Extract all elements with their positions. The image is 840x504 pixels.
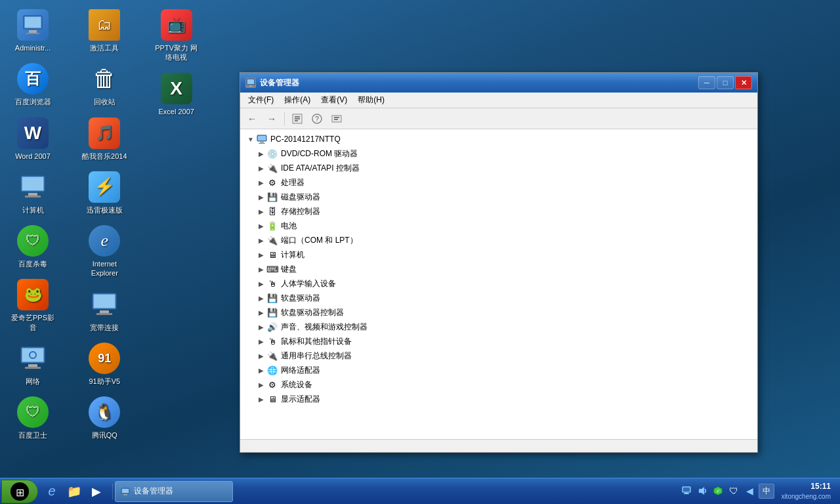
minimize-button[interactable]: ─ — [698, 76, 715, 89]
desktop-icon-admin[interactable]: Administr... — [7, 7, 59, 55]
tree-item[interactable]: ▶ 🔌 通用串行总线控制器 — [243, 348, 755, 363]
tree-expand-12[interactable]: ▶ — [256, 322, 266, 332]
tree-expand-16[interactable]: ▶ — [256, 379, 266, 390]
forward-button[interactable]: → — [262, 110, 281, 127]
back-button[interactable]: ← — [243, 110, 261, 127]
svg-rect-2 — [29, 30, 37, 33]
tree-expand-2[interactable]: ▶ — [256, 177, 266, 188]
tree-expand-5[interactable]: ▶ — [256, 220, 266, 231]
system-clock[interactable]: 15:11 xitongcheng.com — [777, 481, 835, 501]
svg-text:⊞: ⊞ — [16, 487, 24, 498]
aiqiyi-label: 爱奇艺PPS影音 — [9, 313, 56, 332]
svg-rect-16 — [96, 313, 112, 315]
desktop-icon-pptv[interactable]: 📺 PPTV聚力 网络电视 — [150, 7, 203, 65]
svg-rect-1 — [25, 17, 41, 28]
tray-antivirus-icon[interactable]: 🛡 — [727, 484, 740, 497]
tree-item-icon-13: 🖱 — [266, 336, 278, 346]
tree-expand-8[interactable]: ▶ — [256, 264, 266, 274]
tree-item[interactable]: ▶ 💾 软盘驱动器 — [243, 291, 755, 305]
start-button[interactable]: ⊞ — [1, 480, 38, 503]
close-button[interactable]: ✕ — [735, 76, 752, 89]
svg-rect-6 — [28, 193, 37, 196]
tree-expand-1[interactable]: ▶ — [256, 163, 266, 173]
desktop-icon-network[interactable]: 网络 — [7, 340, 59, 388]
tree-item[interactable]: ▶ 🌐 网络适配器 — [243, 363, 755, 377]
scan-button[interactable] — [327, 110, 346, 127]
maximize-button[interactable]: □ — [717, 76, 734, 89]
tree-item[interactable]: ▶ ⌨ 键盘 — [243, 262, 755, 276]
tree-item[interactable]: ▶ 💾 软盘驱动器控制器 — [243, 305, 755, 320]
tree-item-label-17: 显示适配器 — [281, 394, 320, 405]
desktop-icon-qq[interactable]: 🐧 腾讯QQ — [78, 394, 131, 442]
svg-rect-39 — [683, 488, 690, 492]
device-tree-content[interactable]: ▼ PC-20141217NTTQ ▶ 💿 DVD/CD-ROM 驱动 — [240, 129, 757, 439]
quicklaunch-explorer[interactable]: 📁 — [64, 482, 84, 501]
show-properties-button[interactable] — [288, 110, 306, 127]
desktop-icon-xunlei[interactable]: ⚡ 迅雷极速版 — [78, 169, 131, 217]
desktop-icon-aiqiyi[interactable]: 🐸 爱奇艺PPS影音 — [7, 276, 59, 335]
menu-action[interactable]: 操作(A) — [279, 93, 316, 107]
tree-item[interactable]: ▶ 🖥 计算机 — [243, 247, 755, 262]
desktop-icon-kuwo[interactable]: 🎵 酷我音乐2014 — [78, 115, 131, 163]
tray-expand-icon[interactable]: ◀ — [743, 484, 756, 497]
desktop-icon-91[interactable]: 91 91助手V5 — [78, 340, 131, 388]
tray-network-icon[interactable] — [680, 484, 693, 497]
desktop-icon-jihuogongju[interactable]: 🗂 激活工具 — [78, 7, 131, 55]
tree-expand-10[interactable]: ▶ — [256, 293, 266, 303]
tree-item[interactable]: ▶ 🖱 人体学输入设备 — [243, 276, 755, 291]
menu-help[interactable]: 帮助(H) — [352, 93, 390, 107]
xunlei-label: 迅雷极速版 — [87, 205, 123, 215]
tree-expand-14[interactable]: ▶ — [256, 350, 266, 361]
desktop-icon-baidu-browser[interactable]: 百 百度浏览器 — [7, 60, 59, 109]
tree-expand-15[interactable]: ▶ — [256, 365, 266, 375]
quicklaunch-media[interactable]: ▶ — [87, 482, 106, 501]
tree-expand-11[interactable]: ▶ — [256, 307, 266, 318]
tree-expand-17[interactable]: ▶ — [256, 394, 266, 404]
tree-expand-3[interactable]: ▶ — [256, 192, 266, 202]
tree-expand-13[interactable]: ▶ — [256, 336, 266, 346]
tree-item[interactable]: ▶ 🔌 IDE ATA/ATAPI 控制器 — [243, 161, 755, 175]
tree-item[interactable]: ▶ 🖥 显示适配器 — [243, 392, 755, 406]
tree-item-icon-14: 🔌 — [266, 350, 278, 361]
tree-expand-7[interactable]: ▶ — [256, 249, 266, 260]
desktop-icon-broadband[interactable]: 宽带连接 — [78, 286, 131, 335]
tree-item-icon-1: 🔌 — [266, 163, 278, 173]
tree-expand-4[interactable]: ▶ — [256, 206, 266, 217]
desktop-icon-recycle[interactable]: 🗑 回收站 — [78, 60, 131, 109]
tree-item[interactable]: ▶ ⚙ 系统设备 — [243, 377, 755, 392]
desktop-icon-baidu-kill[interactable]: 🛡 百度杀毒 — [7, 222, 59, 271]
tree-expand-9[interactable]: ▶ — [256, 278, 266, 289]
desktop-icon-ie[interactable]: e Internet Explorer — [78, 222, 131, 281]
tree-item[interactable]: ▶ 🖱 鼠标和其他指针设备 — [243, 334, 755, 348]
menu-file[interactable]: 文件(F) — [243, 93, 279, 107]
tree-item-icon-12: 🔊 — [266, 322, 278, 332]
desktop-icon-baiduwei[interactable]: 🛡 百度卫士 — [7, 394, 59, 442]
tree-item[interactable]: ▶ 🔋 电池 — [243, 219, 755, 233]
tray-security-icon[interactable]: ✓ — [711, 484, 724, 497]
tray-sound-icon[interactable] — [696, 484, 709, 497]
taskbar-window-label: 设备管理器 — [134, 486, 173, 497]
tree-item[interactable]: ▶ 🔊 声音、视频和游戏控制器 — [243, 320, 755, 334]
tree-root[interactable]: ▼ PC-20141217NTTQ — [243, 132, 755, 146]
tree-expand-6[interactable]: ▶ — [256, 235, 266, 245]
tree-item[interactable]: ▶ ⚙ 处理器 — [243, 175, 755, 190]
svg-text:✓: ✓ — [716, 488, 721, 494]
menu-view[interactable]: 查看(V) — [316, 93, 352, 107]
tree-expand-0[interactable]: ▶ — [256, 148, 266, 159]
desktop-icon-excel[interactable]: X Excel 2007 — [150, 70, 203, 119]
tree-item-icon-3: 💾 — [266, 192, 278, 202]
tree-item[interactable]: ▶ 💾 磁盘驱动器 — [243, 190, 755, 204]
window-titlebar[interactable]: 设备管理器 ─ □ ✕ — [240, 73, 757, 93]
tray-language[interactable]: 中 — [759, 484, 774, 499]
svg-rect-7 — [25, 196, 41, 198]
tree-item[interactable]: ▶ 🗄 存储控制器 — [243, 204, 755, 219]
desktop-icon-word[interactable]: W Word 2007 — [7, 115, 59, 163]
tree-item[interactable]: ▶ 🔌 端口（COM 和 LPT） — [243, 233, 755, 247]
tree-item[interactable]: ▶ 💿 DVD/CD-ROM 驱动器 — [243, 146, 755, 161]
tree-expand-root[interactable]: ▼ — [245, 134, 256, 144]
tree-item-icon-16: ⚙ — [266, 379, 278, 390]
quicklaunch-ie[interactable]: e — [42, 482, 62, 501]
update-driver-button[interactable]: ? — [308, 110, 326, 127]
desktop-icon-computer[interactable]: 计算机 — [7, 169, 59, 217]
taskbar-window-device-manager[interactable]: 设备管理器 — [115, 481, 233, 502]
